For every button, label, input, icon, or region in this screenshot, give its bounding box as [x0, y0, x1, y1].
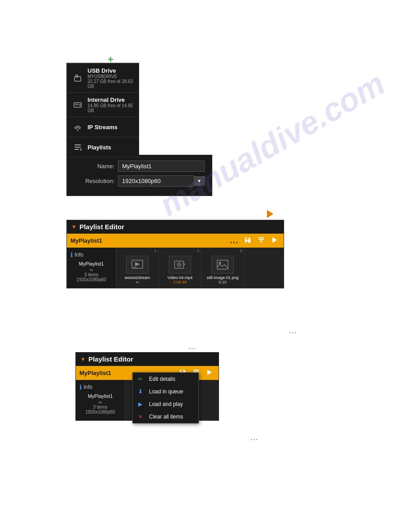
svg-point-23: [219, 262, 221, 264]
svg-marker-10: [80, 148, 82, 151]
pe2-header: ▼ Playlist Editor: [76, 353, 219, 366]
pe1-info-label: Info: [75, 252, 83, 258]
pe1-item2-icon: [169, 256, 191, 274]
play-arrow-indicator: [267, 210, 273, 218]
pe1-header: ▼ Playlist Editor: [67, 220, 284, 234]
pe2-tab-name[interactable]: MyPlaylist1: [79, 370, 111, 376]
name-input[interactable]: [118, 161, 205, 172]
pe1-actions: [242, 235, 280, 246]
form-resolution-row: Resolution: 1920x1080p60 1920x1080p30 12…: [74, 175, 205, 187]
pe1-items-count: 3 items: [70, 272, 112, 277]
pe2-info-icon: ℹ: [79, 384, 82, 391]
source-item-internal[interactable]: Internal Drive 14.85 GB free of 14.85 GB: [67, 92, 139, 117]
pe2-items-count: 3 items: [79, 405, 121, 410]
pe1-item-1[interactable]: 1 wowzaStream ∞: [116, 248, 159, 288]
svg-rect-24: [193, 370, 199, 371]
usb-detail: 22.27 GB free of 28.63 GB: [88, 79, 134, 89]
pe1-title: Playlist Editor: [79, 223, 279, 231]
resolution-dropdown-arrow[interactable]: ▼: [194, 176, 205, 186]
pe1-item3-num: 3: [240, 249, 242, 253]
svg-rect-8: [75, 147, 81, 148]
svg-rect-11: [259, 237, 264, 238]
pe1-item-3[interactable]: 3 still-image-01.png 0:10: [202, 248, 244, 288]
pe2-collapse-arrow[interactable]: ▼: [80, 356, 86, 362]
svg-point-6: [77, 130, 79, 131]
ctx-queue-icon: ⬇: [138, 388, 145, 395]
internal-detail: 14.85 GB free of 14.85 GB: [88, 103, 134, 113]
pe2-play-btn[interactable]: [204, 368, 215, 378]
svg-rect-22: [217, 260, 228, 269]
pe2-info-label: Info: [83, 384, 92, 390]
usb-drive-info: USB Drive MYUSBDRIVE 22.27 GB free of 28…: [88, 67, 134, 89]
pe1-info-header: ℹ Info: [70, 251, 112, 258]
watermark: manualdive.com: [153, 65, 391, 223]
svg-rect-4: [75, 104, 79, 105]
pe1-content: ℹ Info MyPlaylist1 ∞ 3 items 1920x1080p6…: [67, 248, 284, 288]
ctx-play-label: Load and play: [149, 401, 183, 407]
svg-marker-19: [184, 263, 185, 266]
svg-point-2: [77, 75, 78, 76]
pe1-resolution: 1920x1080p60: [70, 277, 112, 282]
ctx-edit-label: Edit details: [149, 376, 175, 382]
name-label: Name:: [74, 163, 114, 170]
ctx-clear-label: Clear all items: [149, 414, 183, 420]
pe1-collapse-arrow[interactable]: ▼: [71, 224, 77, 230]
usb-subtitle: MYUSBDRIVE: [88, 74, 134, 79]
context-menu: ✏ Edit details ⬇ Load in queue ▶ Load an…: [132, 372, 199, 423]
pe2-info-header: ℹ Info: [79, 384, 121, 391]
pe1-play-btn[interactable]: [269, 235, 280, 246]
playlists-icon: [71, 141, 84, 153]
dots-marker-1: ...: [289, 327, 297, 335]
ctx-queue-label: Load in queue: [149, 388, 183, 395]
playlist-editor-1: ▼ Playlist Editor MyPlaylist1 ... ℹ: [66, 220, 284, 288]
internal-drive-info: Internal Drive 14.85 GB free of 14.85 GB: [88, 96, 134, 113]
pe2-resolution: 1920x1080p60: [79, 410, 121, 414]
dots-marker-2: ...: [188, 343, 197, 350]
svg-rect-7: [75, 144, 81, 145]
svg-rect-17: [133, 267, 136, 268]
ctx-edit-icon: ✏: [138, 376, 145, 382]
internal-title: Internal Drive: [88, 96, 134, 103]
usb-title: USB Drive: [88, 67, 134, 74]
pe1-tab-row: MyPlaylist1 ...: [67, 234, 284, 248]
source-item-ipstreams[interactable]: IP Streams: [67, 117, 139, 137]
pe1-info-panel: ℹ Info MyPlaylist1 ∞ 3 items 1920x1080p6…: [67, 248, 116, 288]
pe2-title: Playlist Editor: [88, 355, 214, 363]
pe1-load-queue-btn[interactable]: [256, 235, 267, 246]
playlist-form: Name: Resolution: 1920x1080p60 1920x1080…: [66, 155, 212, 196]
pe1-item2-name: Video-04.mp4: [167, 275, 193, 280]
pe1-item2-duration: 2:02:49: [173, 280, 187, 284]
pe1-items-area: 1 wowzaStream ∞ 2: [116, 248, 284, 288]
pe2-playlist-name: MyPlaylist1: [79, 393, 121, 399]
ctx-load-queue[interactable]: ⬇ Load in queue: [133, 385, 198, 398]
dots-marker-3: ...: [250, 434, 259, 441]
pe1-save-btn[interactable]: [242, 235, 253, 246]
svg-point-21: [179, 264, 180, 266]
ctx-load-play[interactable]: ▶ Load and play: [133, 398, 198, 410]
ctx-play-icon: ▶: [138, 401, 145, 407]
pe2-info-panel: ℹ Info MyPlaylist1 ∞ 3 items 1920x1080p6…: [76, 380, 125, 420]
ip-streams-icon: [71, 121, 84, 133]
pe1-item-2[interactable]: 2 Video-04.mp4 2:02:49: [159, 248, 202, 288]
pe1-playlist-name: MyPlaylist1: [70, 261, 112, 266]
resolution-select[interactable]: 1920x1080p60 1920x1080p30 1280x720p60: [118, 175, 194, 187]
pe1-info-icon: ℹ: [70, 251, 73, 258]
form-name-row: Name:: [74, 161, 205, 172]
source-menu: USB Drive MYUSBDRIVE 22.27 GB free of 28…: [66, 63, 139, 157]
source-item-playlists[interactable]: Playlists: [67, 137, 139, 157]
resolution-label: Resolution:: [74, 178, 114, 184]
usb-icon: [71, 72, 84, 84]
ctx-clear-items[interactable]: ✕ Clear all items: [133, 410, 198, 423]
svg-marker-14: [272, 237, 277, 243]
pe1-tab-name[interactable]: MyPlaylist1: [70, 237, 102, 244]
pe1-item1-num: 1: [154, 249, 157, 253]
pe2-loop-indicator: ∞: [79, 400, 121, 405]
playlists-title: Playlists: [88, 144, 111, 151]
svg-marker-13: [260, 241, 263, 243]
source-item-usb[interactable]: USB Drive MYUSBDRIVE 22.27 GB free of 28…: [67, 63, 139, 92]
pe1-item2-num: 2: [197, 249, 199, 253]
ctx-edit-details[interactable]: ✏ Edit details: [133, 373, 198, 385]
ctx-clear-icon: ✕: [138, 414, 145, 420]
svg-rect-9: [75, 149, 79, 150]
pe1-tab-dots[interactable]: ...: [230, 237, 239, 245]
